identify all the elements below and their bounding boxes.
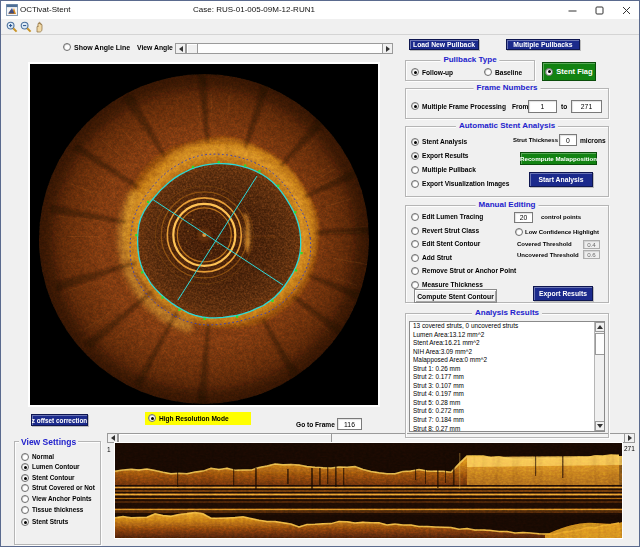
manual-editing-label-remove-strut-or-anchor-point: Remove Strut or Anchor Point <box>422 265 516 276</box>
auto-analysis-radio-export-results[interactable] <box>411 152 419 160</box>
view-settings-radio-tissue-thickness[interactable] <box>21 506 29 514</box>
left-arrow-icon <box>111 435 115 441</box>
pullback-type-radio-follow-up[interactable] <box>411 68 419 76</box>
frame-from-field[interactable]: 1 <box>528 100 557 113</box>
microns-label: microns <box>580 135 606 146</box>
view-settings-radio-stent-struts[interactable] <box>21 518 29 526</box>
frame-numbers-title: Frame Numbers <box>474 82 541 94</box>
low-confidence-highlight-radio[interactable] <box>515 228 523 236</box>
auto-analysis-radio-export-visualization-images[interactable] <box>411 180 419 188</box>
uncovered-threshold-field[interactable]: 0.6 <box>583 250 600 259</box>
maximize-button[interactable] <box>587 1 612 19</box>
manual-export-results-button[interactable]: Export Results <box>533 286 593 301</box>
analysis-result-line: Strut 6: 0.272 mm <box>410 407 604 416</box>
application-window: OCTivat-Stent Case: RUS-01-005-09M-12-RU… <box>0 0 640 547</box>
analysis-result-line: 13 covered struts, 0 uncovered struts <box>410 322 604 331</box>
view-settings-radio-lumen-contour[interactable] <box>21 463 29 471</box>
manual-editing-radio-edit-lumen-tracing[interactable] <box>411 213 419 221</box>
manual-editing-title: Manual Editing <box>476 199 539 211</box>
analysis-result-line: Strut 8: 0.27 mm <box>410 425 604 432</box>
frame-scrollbar-right-arrow[interactable] <box>624 433 635 443</box>
strut-thickness-label: Strut Thickness <box>513 135 558 146</box>
multiple-pullbacks-button[interactable]: Multiple Pullbacks <box>506 39 580 50</box>
analysis-result-line: Malapposed Area:0 mm^2 <box>410 356 604 365</box>
analysis-results-scrollbar[interactable] <box>594 322 604 431</box>
stent-flag-label: Stent Flag <box>556 67 592 76</box>
manual-editing-label-edit-lumen-tracing: Edit Lumen Tracing <box>422 211 483 222</box>
view-settings-radio-strut-covered-or-not[interactable] <box>21 484 29 492</box>
analysis-scroll-down-arrow[interactable] <box>595 421 605 431</box>
view-settings-radio-stent-contour[interactable] <box>21 474 29 482</box>
analysis-scroll-up-arrow[interactable] <box>595 322 605 332</box>
view-angle-slider[interactable] <box>175 43 393 54</box>
auto-analysis-radio-stent-analysis[interactable] <box>411 138 419 146</box>
stent-flag-radio[interactable] <box>545 68 553 76</box>
auto-analysis-radio-multiple-pullback[interactable] <box>411 166 419 174</box>
z-offset-correction-button[interactable]: z offset correction <box>31 414 88 426</box>
from-label: From <box>512 101 528 112</box>
recompute-malapposition-button[interactable]: Recompute Malapposition <box>520 152 597 165</box>
pan-hand-icon[interactable] <box>34 21 46 33</box>
minimize-icon <box>568 6 577 15</box>
manual-editing-radio-measure-thickness[interactable] <box>411 281 419 289</box>
manual-editing-radio-edit-stent-contour[interactable] <box>411 240 419 248</box>
minimize-button[interactable] <box>560 1 585 19</box>
down-arrow-icon <box>597 424 603 428</box>
analysis-results-list[interactable]: 13 covered struts, 0 uncovered struts Lu… <box>409 321 605 432</box>
zoom-out-icon[interactable] <box>20 21 32 33</box>
stent-flag-button[interactable]: Stent Flag <box>542 62 596 81</box>
control-points-field[interactable]: 20 <box>514 212 533 223</box>
analysis-result-line: NIH Area:3.09 mm^2 <box>410 348 604 357</box>
view-angle-slider-thumb[interactable] <box>186 43 198 54</box>
goto-frame-label: Go to Frame <box>296 419 335 430</box>
view-angle-slider-left-arrow[interactable] <box>175 43 186 54</box>
covered-threshold-field[interactable]: 0.4 <box>583 240 600 249</box>
longitudinal-view[interactable] <box>115 443 622 538</box>
analysis-result-line: Lumen Area:13.12 mm^2 <box>410 331 604 340</box>
view-settings-radio-normal[interactable] <box>21 453 29 461</box>
close-button[interactable] <box>614 1 639 19</box>
case-label: Case: RUS-01-005-09M-12-RUN1 <box>161 5 347 14</box>
view-settings-radio-view-anchor-points[interactable] <box>21 495 29 503</box>
analysis-result-line: Strut 7: 0.184 mm <box>410 416 604 425</box>
strut-thickness-field[interactable]: 0 <box>559 134 577 146</box>
control-points-label: control points <box>541 212 581 223</box>
show-angle-line-radio[interactable] <box>63 43 71 51</box>
manual-editing-label-revert-strut-class: Revert Strut Class <box>422 225 479 236</box>
show-angle-line-label: Show Angle Line <box>74 42 130 53</box>
auto-analysis-label-export-results: Export Results <box>422 150 469 161</box>
right-arrow-icon <box>386 46 390 52</box>
zoom-in-icon[interactable] <box>6 21 18 33</box>
pullback-type-title: Pullback Type <box>440 54 499 66</box>
view-settings-label-stent-struts: Stent Struts <box>32 516 68 527</box>
oct-image-panel <box>28 62 380 407</box>
high-resolution-mode-label: High Resolution Mode <box>159 413 229 424</box>
pullback-type-label-baseline: Baseline <box>495 67 522 78</box>
strip-start-frame-label: 1 <box>107 444 111 455</box>
manual-editing-radio-remove-strut-or-anchor-point[interactable] <box>411 267 419 275</box>
start-analysis-button[interactable]: Start Analysis <box>529 172 593 187</box>
up-arrow-icon <box>597 325 603 329</box>
goto-frame-field[interactable]: 116 <box>337 418 362 430</box>
oct-cross-section[interactable] <box>30 64 378 405</box>
analysis-result-line: Strut 2: 0.177 mm <box>410 373 604 382</box>
manual-editing-radio-revert-strut-class[interactable] <box>411 227 419 235</box>
manual-editing-radio-add-strut[interactable] <box>411 254 419 262</box>
auto-analysis-label-export-visualization-images: Export Visualization Images <box>422 178 509 189</box>
view-settings-label-strut-covered-or-not: Strut Covered or Not <box>32 482 95 493</box>
automatic-stent-analysis-title: Automatic Stent Analysis <box>456 120 558 132</box>
view-angle-slider-right-arrow[interactable] <box>382 43 393 54</box>
to-label: to <box>561 101 567 112</box>
longitudinal-axes[interactable] <box>115 443 622 538</box>
pullback-type-radio-baseline[interactable] <box>484 68 492 76</box>
view-settings-label-lumen-contour: Lumen Contour <box>32 461 80 472</box>
high-resolution-mode-radio[interactable] <box>148 414 156 422</box>
multiple-frame-processing-radio[interactable] <box>411 102 419 110</box>
oct-image-axes[interactable] <box>30 64 378 405</box>
close-icon <box>622 6 631 15</box>
analysis-scroll-thumb[interactable] <box>595 333 605 355</box>
compute-stent-contour-button[interactable]: Compute Stent Contour <box>414 289 497 303</box>
load-new-pullback-button[interactable]: Load New Pullback <box>409 39 479 50</box>
frame-to-field[interactable]: 271 <box>571 100 602 113</box>
longitudinal-panel <box>114 442 623 539</box>
